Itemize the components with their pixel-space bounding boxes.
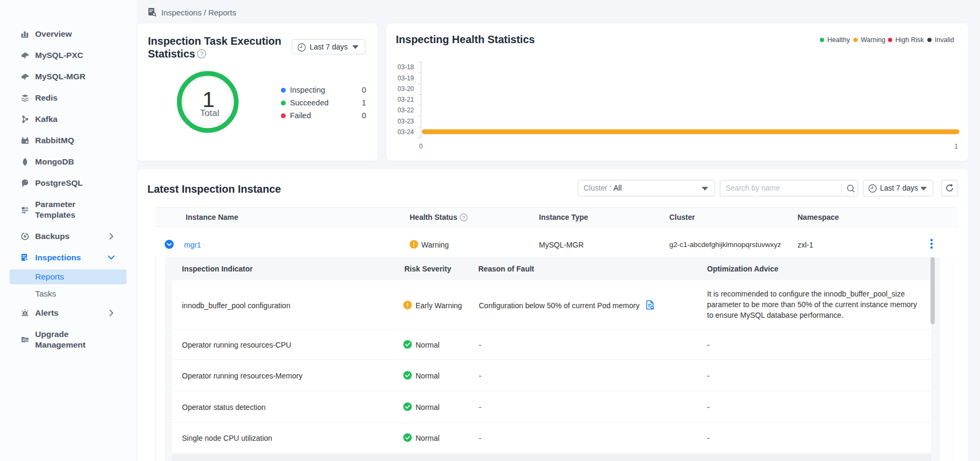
- svg-text:?: ?: [462, 215, 465, 220]
- svg-text:?: ?: [200, 51, 203, 57]
